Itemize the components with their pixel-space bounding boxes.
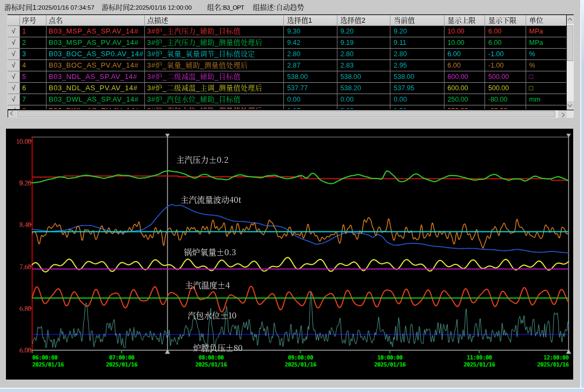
- row-checkbox[interactable]: √: [8, 105, 20, 109]
- x-axis-time-label: 09:00:00: [288, 355, 313, 361]
- cell-point-name: B03_NDL_AS_PV.AV_14#: [47, 83, 145, 94]
- cell-unit: mm: [526, 94, 566, 105]
- column-header-3[interactable]: 选择值1: [284, 15, 337, 26]
- cell-current-value: 9.11: [390, 37, 444, 49]
- chevron-down-icon: [568, 102, 572, 107]
- chevron-right-icon: [560, 112, 565, 117]
- cell-point-name: B03_MSP_AS_SP.AV_14#: [47, 26, 145, 37]
- series-主汽流量: [32, 204, 569, 253]
- x-axis-time-label: 07:00:00: [109, 355, 135, 361]
- header-checkbox-cell: [8, 15, 20, 26]
- horizontal-scrollbar[interactable]: [8, 110, 567, 118]
- scroll-right-button[interactable]: [558, 110, 567, 118]
- row-checkbox[interactable]: √: [8, 49, 20, 60]
- column-header-6[interactable]: 显示上限: [444, 15, 486, 26]
- window-edge-bottom: [0, 388, 584, 392]
- column-header-2[interactable]: 点描述: [145, 15, 284, 26]
- vertical-scrollbar[interactable]: [567, 15, 574, 110]
- column-header-7[interactable]: 显示下限: [485, 15, 526, 26]
- vertical-scroll-thumb[interactable]: [567, 25, 573, 61]
- table-row-1[interactable]: √1B03_MSP_AS_SP.AV_14#3#炉_主汽压力_辅助_目标值9.3…: [8, 26, 566, 37]
- row-checkbox[interactable]: √: [8, 37, 20, 49]
- cell-display-lower-limit: 500.00: [485, 83, 526, 94]
- cell-description: 3#炉_主汽压力_辅助_目标值: [145, 26, 284, 37]
- column-header-0[interactable]: 序号: [20, 15, 47, 26]
- cell-selected-value-1: 0.00: [284, 94, 337, 105]
- window-edge-right: [580, 0, 584, 392]
- table-row-6[interactable]: √6B03_NDL_AS_PV.AV_14#3#炉_二级减温_主调_测量值处理后…: [8, 83, 566, 94]
- cell-seq: 1: [20, 26, 47, 37]
- horizontal-scroll-thumb[interactable]: [17, 111, 555, 117]
- x-axis-date-label: 2025/01/16: [106, 362, 137, 368]
- x-axis-date-label: 2025/01/16: [537, 362, 568, 368]
- x-axis-date-label: 2025/01/16: [463, 362, 495, 368]
- cell-description: 3#炉_二级减温_辅助_目标值: [145, 71, 284, 83]
- cell-unit: MPa: [526, 37, 566, 49]
- cell-selected-value-1: 2.87: [284, 60, 337, 71]
- table-row-8[interactable]: √8B03_DWL_AS_PV.AV_14#3#炉_汽包水位_辅助_测量值处理后…: [8, 105, 566, 109]
- cell-description: 3#炉_氧量_氧量调节_目标值设定: [145, 49, 284, 60]
- scroll-up-button[interactable]: [567, 15, 574, 24]
- x-axis-time-label: 10:00:00: [377, 355, 403, 361]
- cell-description: 3#炉_氧量_辅助_测量值处理后: [145, 60, 284, 71]
- column-header-5[interactable]: 当前值: [390, 15, 444, 26]
- curve-label-3: 锅炉氧量±0.3: [184, 246, 236, 257]
- x-axis-date-label: 2025/01/16: [32, 362, 64, 368]
- x-axis-date-label: 2025/01/16: [195, 362, 227, 368]
- column-header-1[interactable]: 点名: [47, 15, 145, 26]
- cell-display-lower-limit: -1.00: [485, 49, 526, 60]
- y-axis-tick-label: 6.00: [8, 345, 31, 354]
- cell-seq: 4: [20, 60, 47, 71]
- cell-description: 3#炉_汽包水位_辅助_测量值处理后: [145, 105, 284, 109]
- cell-unit: %: [526, 49, 566, 60]
- cell-description: 3#炉_二级减温_主调_测量值处理后: [145, 83, 284, 94]
- cell-display-lower-limit: 500.00: [485, 71, 526, 83]
- table-row-3[interactable]: √3B03_BOC_AS_SP0.AV_14#3#炉_氧量_氧量调节_目标值设定…: [8, 49, 566, 60]
- cell-display-upper-limit: 600.00: [444, 83, 486, 94]
- trend-plot: [6, 129, 573, 380]
- scroll-down-button[interactable]: [567, 101, 574, 110]
- chevron-left-icon: [10, 111, 15, 115]
- table-row-4[interactable]: √4B03_BOC_AS_PV.AV_14#3#炉_氧量_辅助_测量值处理后2.…: [8, 60, 566, 71]
- row-checkbox[interactable]: √: [8, 26, 20, 37]
- cell-current-value: 2.95: [390, 60, 444, 71]
- cell-display-lower-limit: -80.00: [485, 94, 526, 105]
- cell-current-value: 2.80: [390, 49, 444, 60]
- cell-current-value: 537.95: [390, 83, 444, 94]
- column-header-4[interactable]: 选择值2: [337, 15, 391, 26]
- row-checkbox[interactable]: √: [8, 71, 20, 83]
- curve-label-2: 主汽流量波动40t: [181, 194, 241, 205]
- row-checkbox[interactable]: √: [8, 94, 20, 105]
- cell-unit: MPa: [526, 26, 566, 37]
- cell-seq: 7: [20, 94, 47, 105]
- table-row-7[interactable]: √7B03_DWL_AS_SP.AV_14#3#炉_汽包水位_辅助_目标值0.0…: [8, 94, 566, 105]
- row-checkbox[interactable]: √: [8, 60, 20, 71]
- x-axis-time-label: 11:00:00: [467, 355, 492, 361]
- cell-description: 3#炉_主汽压力_辅助_测量值处理后: [145, 37, 284, 49]
- cell-description: 3#炉_汽包水位_辅助_目标值: [145, 94, 284, 105]
- cursor1-value: 2025/01/16 07:34:57: [38, 4, 95, 11]
- column-header-8[interactable]: 单位: [526, 15, 566, 26]
- table-row-2[interactable]: √2B03_MSP_AS_PV.AV_14#3#炉_主汽压力_辅助_测量值处理后…: [8, 37, 566, 49]
- cell-selected-value-1: 2.80: [284, 49, 337, 60]
- cell-selected-value-1: 537.77: [284, 83, 337, 94]
- chevron-up-icon: [568, 18, 572, 22]
- group-desc-value: 自动趋势: [276, 3, 304, 11]
- table-row-5[interactable]: √5B03_NDL_AS_SP.AV_14#3#炉_二级减温_辅助_目标值538…: [8, 71, 566, 83]
- cell-selected-value-2: 9.20: [337, 26, 391, 37]
- trend-chart: 主汽压力±0.2主汽流量波动40t锅炉氧量±0.3主汽温度±4汽包水位±10炉膛…: [6, 129, 573, 380]
- y-axis-tick-label: 10.00: [8, 136, 31, 145]
- scroll-left-button[interactable]: [8, 110, 17, 118]
- cell-display-upper-limit: 600.00: [444, 71, 486, 83]
- cell-display-lower-limit: -80.00: [485, 105, 526, 109]
- cell-display-upper-limit: 250.00: [444, 105, 486, 109]
- curve-label-5: 汽包水位±10: [188, 309, 236, 321]
- x-axis-date-label: 2025/01/16: [374, 362, 406, 368]
- curve-label-6: 炉膛负压±80: [193, 342, 243, 353]
- row-checkbox[interactable]: √: [8, 83, 20, 94]
- cell-current-value: 9.20: [390, 26, 444, 37]
- cell-seq: 8: [20, 105, 47, 109]
- cursor1-label: 游标时间1:: [4, 3, 38, 11]
- group-desc-label: 组描述:: [253, 3, 276, 11]
- curve-label-1: 主汽压力±0.2: [176, 154, 229, 165]
